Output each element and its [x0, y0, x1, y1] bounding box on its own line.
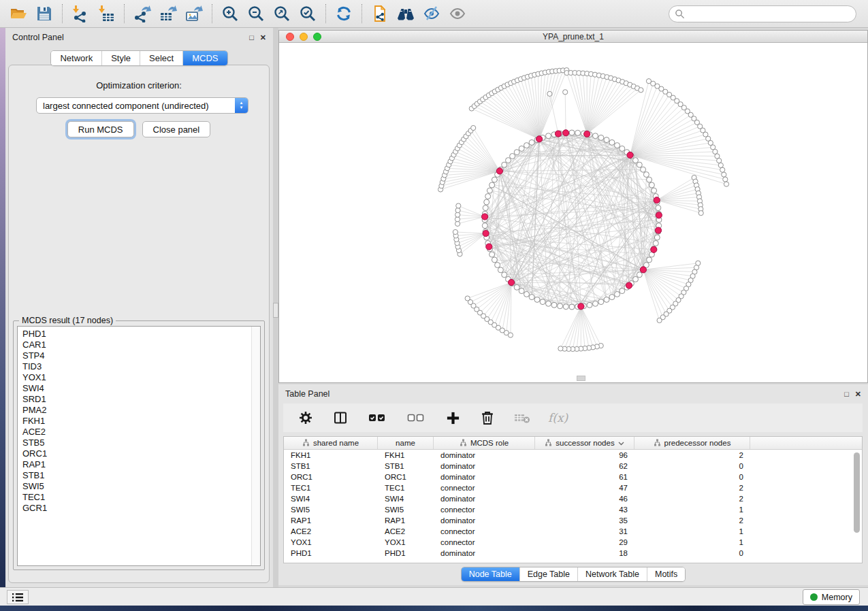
table-row[interactable]: YOX1YOX1connector291: [284, 537, 862, 548]
network-window-titlebar[interactable]: YPA_prune.txt_1: [279, 31, 867, 43]
network-canvas[interactable]: [279, 43, 867, 382]
list-item[interactable]: SRD1: [22, 394, 260, 405]
list-scrollbar[interactable]: [251, 327, 260, 565]
graph-node[interactable]: [633, 158, 639, 163]
list-item[interactable]: YOX1: [22, 372, 260, 383]
float-window-icon[interactable]: □: [844, 390, 849, 398]
mcds-hub-node[interactable]: [654, 197, 660, 203]
node-table[interactable]: shared namenameMCDS rolesuccessor nodesp…: [283, 436, 863, 563]
float-window-icon[interactable]: □: [249, 33, 254, 42]
graph-node[interactable]: [587, 302, 592, 308]
zoom-out-button[interactable]: [243, 2, 269, 25]
graph-node[interactable]: [647, 257, 652, 263]
graph-leaf-node[interactable]: [465, 296, 470, 301]
graph-node[interactable]: [593, 301, 598, 306]
close-panel-button[interactable]: Close panel: [142, 121, 211, 137]
table-row[interactable]: FKH1FKH1dominator962: [284, 450, 862, 461]
graph-node[interactable]: [654, 235, 660, 240]
maximize-window-icon[interactable]: [313, 33, 321, 41]
graph-leaf-node[interactable]: [471, 125, 476, 130]
list-item[interactable]: CAR1: [22, 340, 260, 350]
column-header-predecessor-nodes[interactable]: predecessor nodes: [634, 437, 750, 449]
table-row[interactable]: ORC1ORC1dominator610: [284, 472, 862, 482]
mcds-hub-node[interactable]: [482, 214, 488, 220]
panel-splitter[interactable]: [273, 28, 278, 587]
mcds-hub-node[interactable]: [651, 246, 657, 252]
table-row[interactable]: SWI5SWI5connector431: [284, 504, 862, 515]
graph-node[interactable]: [604, 297, 609, 302]
mcds-hub-node[interactable]: [578, 303, 584, 310]
close-panel-icon[interactable]: ✕: [260, 33, 266, 42]
graph-leaf-node[interactable]: [717, 159, 722, 163]
graph-node[interactable]: [498, 267, 503, 273]
list-item[interactable]: PMA2: [22, 405, 260, 416]
graph-node[interactable]: [620, 288, 625, 294]
graph-node[interactable]: [558, 303, 563, 309]
graph-node[interactable]: [652, 188, 657, 193]
mcds-hub-node[interactable]: [555, 131, 561, 137]
graph-leaf-node[interactable]: [547, 91, 552, 96]
list-item[interactable]: PHD1: [22, 329, 260, 340]
task-history-button[interactable]: [7, 590, 29, 604]
graph-node[interactable]: [633, 276, 639, 282]
graph-node[interactable]: [647, 177, 652, 182]
table-row[interactable]: ACE2ACE2connector311: [284, 526, 862, 537]
zoom-in-button[interactable]: [217, 2, 243, 25]
mcds-hub-node[interactable]: [626, 282, 632, 288]
table-settings-button[interactable]: [297, 409, 315, 427]
show-graphics-details-button[interactable]: [445, 2, 470, 25]
mcds-hub-node[interactable]: [563, 130, 569, 136]
graph-node[interactable]: [506, 158, 511, 163]
graph-node[interactable]: [485, 194, 491, 199]
mcds-hub-node[interactable]: [656, 212, 662, 218]
graph-node[interactable]: [524, 291, 530, 297]
graph-node[interactable]: [534, 297, 540, 302]
network-search-field[interactable]: [669, 5, 856, 22]
search-input[interactable]: [685, 7, 856, 21]
graph-leaf-node[interactable]: [724, 182, 728, 186]
graph-node[interactable]: [569, 304, 575, 310]
graph-node[interactable]: [551, 302, 557, 308]
mcds-hub-node[interactable]: [640, 267, 646, 273]
canvas-splitter-grip[interactable]: [577, 376, 585, 381]
table-row[interactable]: RAP1RAP1dominator352: [284, 515, 862, 526]
graph-node[interactable]: [483, 205, 488, 211]
graph-node[interactable]: [563, 304, 568, 310]
tab-motifs[interactable]: Motifs: [647, 567, 685, 581]
mcds-hub-node[interactable]: [536, 136, 543, 142]
mcds-hub-node[interactable]: [483, 230, 489, 236]
graph-node[interactable]: [653, 241, 658, 246]
graph-leaf-node[interactable]: [718, 163, 723, 167]
mcds-hub-node[interactable]: [655, 227, 661, 233]
graph-node[interactable]: [495, 263, 500, 268]
list-item[interactable]: TEC1: [22, 492, 260, 503]
column-header-successor-nodes[interactable]: successor nodes: [535, 437, 634, 449]
graph-leaf-node[interactable]: [698, 211, 703, 216]
graph-node[interactable]: [656, 205, 661, 211]
graph-node[interactable]: [502, 272, 507, 278]
table-scrollbar[interactable]: [853, 451, 861, 561]
share-document-button[interactable]: [367, 2, 393, 25]
close-panel-icon[interactable]: ✕: [855, 390, 861, 399]
graph-node[interactable]: [641, 167, 646, 172]
list-item[interactable]: STB1: [22, 470, 260, 481]
criterion-dropdown[interactable]: largest connected component (undirected)…: [36, 97, 248, 114]
graph-node[interactable]: [502, 162, 507, 167]
import-network-button[interactable]: [67, 2, 93, 25]
graph-node[interactable]: [598, 299, 604, 305]
zoom-selected-button[interactable]: [295, 2, 321, 25]
hide-graphics-details-button[interactable]: [419, 2, 445, 25]
graph-node[interactable]: [519, 146, 524, 151]
graph-node[interactable]: [593, 133, 598, 139]
list-item[interactable]: STB5: [22, 437, 260, 448]
graph-node[interactable]: [604, 137, 609, 143]
list-item[interactable]: RAP1: [22, 459, 260, 470]
graph-node[interactable]: [546, 301, 551, 306]
table-row[interactable]: TEC1TEC1connector472: [284, 482, 862, 493]
graph-node[interactable]: [489, 182, 495, 188]
graph-node[interactable]: [575, 130, 581, 135]
tab-select[interactable]: Select: [140, 51, 182, 65]
graph-leaf-node[interactable]: [723, 177, 728, 182]
graph-node[interactable]: [489, 252, 495, 257]
tab-network-table[interactable]: Network Table: [577, 567, 647, 581]
